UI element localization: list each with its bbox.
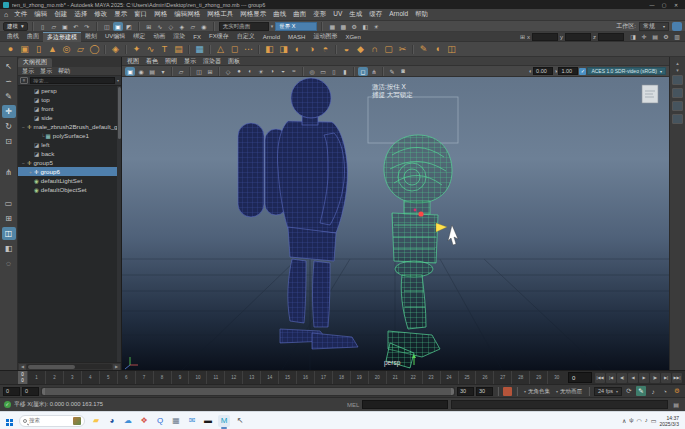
- save-scene-icon[interactable]: ▣: [60, 22, 70, 31]
- viewport-menu-2[interactable]: 照明: [165, 57, 177, 66]
- workspace-dropdown[interactable]: 常规 ▾: [639, 22, 669, 31]
- snap-to-grid-icon[interactable]: ⊞: [144, 22, 154, 31]
- timeline-frame-19[interactable]: 19: [350, 371, 368, 384]
- taskbar-search[interactable]: 搜索: [19, 415, 85, 427]
- rotate-tool[interactable]: ↻: [2, 120, 16, 133]
- mel-command-input[interactable]: [362, 400, 448, 409]
- hypershade-icon[interactable]: ◧: [360, 22, 370, 31]
- outliner-item-back[interactable]: ◪back: [18, 149, 121, 158]
- snapshot-icon[interactable]: ◙: [398, 67, 408, 76]
- wifi-icon[interactable]: ◠: [637, 417, 642, 424]
- timeline-frame-6[interactable]: 6: [117, 371, 135, 384]
- poly-cylinder-icon[interactable]: ▯: [32, 43, 45, 56]
- menubar-item-8[interactable]: 编辑网格: [174, 10, 200, 19]
- animation-end-field[interactable]: 30: [476, 387, 493, 396]
- step-forward-frame-button[interactable]: ▶|: [661, 373, 671, 383]
- boolean-difference-icon[interactable]: ◑: [305, 43, 318, 56]
- menubar-item-15[interactable]: 生成: [349, 10, 362, 19]
- y-coordinate-input[interactable]: [565, 33, 591, 41]
- menubar-item-1[interactable]: 编辑: [34, 10, 47, 19]
- shelf-tab-10[interactable]: 自定义: [233, 32, 259, 42]
- timeline-frame-1[interactable]: 1: [27, 371, 45, 384]
- separate-icon[interactable]: ◨: [277, 43, 290, 56]
- poly-sphere-icon[interactable]: ●: [4, 43, 17, 56]
- animation-start-field[interactable]: 0: [3, 387, 20, 396]
- timeline-frame-16[interactable]: 16: [296, 371, 314, 384]
- modeling-toolkit-icon[interactable]: ◨: [628, 32, 638, 41]
- timeline-frame-17[interactable]: 17: [314, 371, 332, 384]
- viewport-3d[interactable]: 激活:按住 X 捕捉 大写锁定: [122, 77, 669, 370]
- menubar-item-17[interactable]: Arnold: [389, 10, 408, 19]
- playback-end-field[interactable]: 30: [457, 387, 474, 396]
- shaded-display-icon[interactable]: ●: [234, 67, 244, 76]
- mel-label[interactable]: MEL: [347, 402, 359, 408]
- display-layer-thumb[interactable]: [672, 101, 683, 111]
- go-to-start-button[interactable]: |◀◀: [595, 373, 605, 383]
- viewport-menu-0[interactable]: 视图: [127, 57, 139, 66]
- xray-joints-icon[interactable]: ⋔: [369, 67, 379, 76]
- free-image-plane-icon[interactable]: ◻: [228, 43, 241, 56]
- channel-box-thumb[interactable]: [672, 75, 683, 85]
- poly-torus-icon[interactable]: ◎: [60, 43, 73, 56]
- fps-dropdown[interactable]: 24 fps ▾: [594, 387, 622, 396]
- select-camera-icon[interactable]: ▣: [125, 67, 135, 76]
- menubar-item-13[interactable]: 变形: [313, 10, 326, 19]
- layout-single-pane[interactable]: ▭: [2, 197, 16, 210]
- home-icon[interactable]: ⌂: [4, 11, 8, 18]
- platonic-solid-icon[interactable]: ◈: [109, 43, 122, 56]
- menu-set-dropdown[interactable]: 建模 ▾: [3, 22, 28, 31]
- shelf-tab-1[interactable]: 曲面: [23, 32, 43, 42]
- motion-blur-icon[interactable]: ≈: [289, 67, 299, 76]
- menubar-item-6[interactable]: 窗口: [134, 10, 147, 19]
- timeline-frame-24[interactable]: 24: [440, 371, 458, 384]
- shelf-tab-7[interactable]: 渲染: [169, 32, 189, 42]
- ambient-occlusion-icon[interactable]: ◒: [278, 67, 288, 76]
- menubar-item-5[interactable]: 显示: [114, 10, 127, 19]
- camera-attributes-icon[interactable]: ▤: [147, 67, 157, 76]
- outliner-search-input[interactable]: [30, 77, 115, 84]
- timeline-frame-2[interactable]: 2: [45, 371, 63, 384]
- shelf-tab-14[interactable]: XGen: [341, 32, 364, 42]
- outliner-item-group6[interactable]: +✛group6: [18, 167, 121, 176]
- tool-settings-icon[interactable]: ⚙: [661, 32, 671, 41]
- playback-speed-icon[interactable]: ◔: [660, 386, 670, 396]
- store-app-icon[interactable]: ❖: [138, 415, 150, 427]
- file-explorer-icon[interactable]: ▰: [90, 415, 102, 427]
- outliner-item-front[interactable]: ◪front: [18, 104, 121, 113]
- shelf-tab-2[interactable]: 多边形建模: [43, 32, 81, 42]
- z-coordinate-input[interactable]: [598, 33, 624, 41]
- open-scene-icon[interactable]: ▱: [49, 22, 59, 31]
- wireframe-display-icon[interactable]: ◇: [223, 67, 233, 76]
- colorspace-dropdown[interactable]: ACES 1.0 SDR-video (sRGB) ▾: [587, 67, 666, 75]
- universal-manipulator-icon[interactable]: ⋔: [2, 166, 16, 179]
- outliner-item-persp[interactable]: ◪persp: [18, 86, 121, 95]
- extrude-icon[interactable]: ◒: [340, 43, 353, 56]
- step-forward-key-button[interactable]: |▶: [650, 373, 660, 383]
- timeline-frame-28[interactable]: 28: [511, 371, 529, 384]
- timeline-frame-8[interactable]: 8: [153, 371, 171, 384]
- exposure-field[interactable]: 0.00: [533, 67, 553, 75]
- microphone-icon[interactable]: ψ: [629, 417, 633, 424]
- timeline-frame-4[interactable]: 4: [81, 371, 99, 384]
- viewport-menu-3[interactable]: 显示: [184, 57, 196, 66]
- shelf-tab-6[interactable]: 动画: [149, 32, 169, 42]
- outliner-menu-2[interactable]: 帮助: [58, 67, 70, 76]
- modeling-toolkit-shelf-icon[interactable]: ▦: [193, 43, 206, 56]
- multi-cut-icon[interactable]: ✂: [396, 43, 409, 56]
- channel-box-icon[interactable]: ▥: [672, 32, 682, 41]
- viewport-menu-5[interactable]: 面板: [228, 57, 240, 66]
- close-button[interactable]: ✕: [670, 1, 682, 9]
- layout-four-pane[interactable]: ⊞: [2, 212, 16, 225]
- type-tool-icon[interactable]: T: [158, 43, 171, 56]
- playback-start-field[interactable]: 0: [22, 387, 39, 396]
- new-scene-icon[interactable]: ▯: [38, 22, 48, 31]
- timeline-ticks[interactable]: 1234567891011121314151617181920212223242…: [27, 371, 565, 384]
- character-set-dropdown[interactable]: ▾无角色集: [522, 388, 552, 395]
- taskbar-clock[interactable]: 14:37 2025/3/3: [660, 415, 679, 427]
- menubar-item-12[interactable]: 曲面: [293, 10, 306, 19]
- shelf-tab-13[interactable]: 运动图形: [309, 32, 341, 42]
- grease-pencil-icon[interactable]: ✎: [387, 67, 397, 76]
- outliner-menu-1[interactable]: 显示: [40, 67, 52, 76]
- outliner-item-polySurface1[interactable]: └▦polySurface1: [18, 131, 121, 140]
- chevron-down-icon[interactable]: ▾: [117, 78, 119, 83]
